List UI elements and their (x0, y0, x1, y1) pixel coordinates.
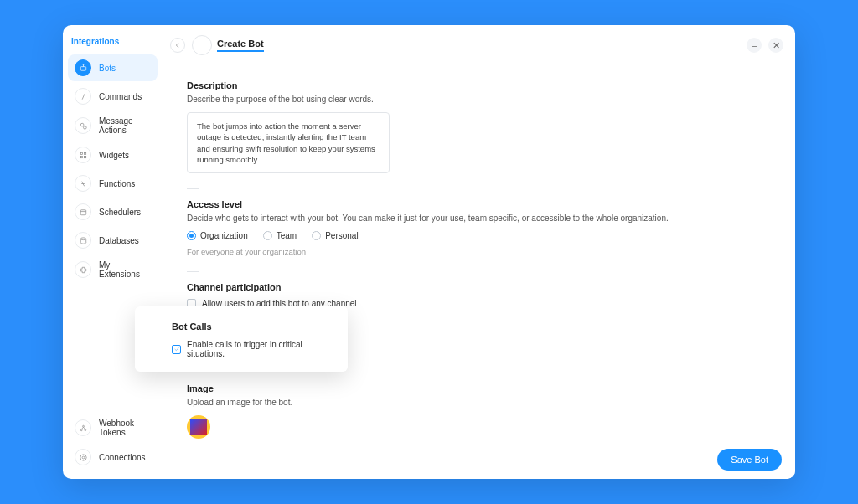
svg-point-14 (82, 425, 84, 427)
radio-dot-icon (187, 231, 196, 240)
sidebar-item-label: My Extensions (99, 260, 151, 279)
content-area: Description Describe the purpose of the … (163, 64, 795, 479)
radio-label: Personal (325, 231, 358, 240)
main-panel: Create Bot – ✕ Description Describe the … (163, 25, 795, 479)
close-button[interactable]: ✕ (768, 38, 783, 53)
bot-icon (75, 59, 91, 76)
description-title: Description (187, 80, 772, 90)
svg-point-18 (80, 454, 85, 460)
radio-label: Team (277, 231, 297, 240)
bot-calls-popup: Bot Calls Enable calls to trigger in cri… (135, 306, 348, 372)
svg-point-16 (84, 429, 85, 430)
sidebar-item-commands[interactable]: Commands (68, 83, 158, 110)
sidebar-title: Integrations (68, 37, 158, 54)
sidebar-item-label: Webhook Tokens (99, 419, 151, 437)
function-icon (75, 175, 91, 192)
access-title: Access level (187, 199, 772, 209)
radio-label: Organization (200, 231, 248, 240)
svg-point-17 (82, 456, 85, 459)
slash-icon (75, 88, 91, 105)
save-button[interactable]: Save Bot (717, 449, 782, 471)
sidebar-item-message-actions[interactable]: Message Actions (68, 111, 158, 140)
image-title: Image (187, 383, 772, 393)
svg-rect-6 (80, 152, 82, 154)
footer: Save Bot (163, 440, 795, 479)
access-radio-group: Organization Team Personal (187, 231, 772, 240)
svg-point-15 (80, 429, 82, 430)
sidebar-item-widgets[interactable]: Widgets (68, 141, 158, 168)
sidebar-item-label: Connections (99, 453, 146, 462)
radio-organization[interactable]: Organization (187, 231, 248, 240)
sidebar-bottom: Webhook Tokens Connections (68, 414, 158, 471)
description-subtitle: Describe the purpose of the bot using cl… (187, 95, 772, 104)
action-icon (75, 117, 91, 134)
sidebar-item-label: Commands (99, 92, 142, 101)
access-subtitle: Decide who gets to interact with your bo… (187, 213, 772, 223)
topbar: Create Bot – ✕ (163, 25, 795, 64)
checkbox-icon (172, 345, 181, 354)
svg-line-3 (82, 94, 85, 99)
svg-point-4 (80, 123, 84, 126)
sidebar-item-webhook-tokens[interactable]: Webhook Tokens (68, 414, 158, 442)
extension-icon (75, 261, 91, 278)
divider (187, 188, 199, 189)
avatar-image (190, 419, 207, 435)
svg-rect-11 (80, 209, 85, 214)
radio-dot-icon (263, 231, 272, 240)
access-hint: For everyone at your organization (187, 247, 772, 256)
svg-point-2 (83, 64, 84, 64)
sidebar-item-schedulers[interactable]: Schedulers (68, 198, 158, 225)
sidebar-item-label: Bots (99, 64, 116, 73)
sidebar-item-connections[interactable]: Connections (68, 444, 158, 471)
divider (187, 271, 199, 272)
radio-dot-icon (312, 231, 321, 240)
svg-point-5 (83, 126, 86, 129)
radio-personal[interactable]: Personal (312, 231, 358, 240)
database-icon (75, 232, 91, 249)
image-subtitle: Upload an image for the bot. (187, 398, 772, 407)
back-button[interactable] (192, 35, 212, 55)
app-window: Integrations Bots Commands Message Actio… (63, 25, 795, 479)
sidebar-item-my-extensions[interactable]: My Extensions (68, 255, 158, 284)
description-textarea[interactable]: The bot jumps into action the moment a s… (187, 112, 390, 173)
svg-rect-9 (84, 156, 85, 157)
sidebar-item-databases[interactable]: Databases (68, 227, 158, 254)
scheduler-icon (75, 203, 91, 220)
bot-calls-checkbox-row[interactable]: Enable calls to trigger in critical situ… (172, 340, 331, 358)
sidebar-item-label: Functions (99, 179, 135, 188)
page-title: Create Bot (217, 39, 264, 52)
sidebar-item-label: Databases (99, 236, 139, 245)
bot-calls-title: Bot Calls (172, 321, 331, 332)
radio-team[interactable]: Team (263, 231, 297, 240)
webhook-icon (75, 419, 91, 436)
widget-icon (75, 147, 91, 163)
svg-rect-7 (84, 152, 85, 154)
svg-rect-8 (80, 156, 82, 157)
collapse-sidebar-button[interactable] (170, 38, 185, 53)
sidebar: Integrations Bots Commands Message Actio… (63, 25, 163, 479)
minimize-button[interactable]: – (747, 38, 762, 53)
sidebar-item-label: Message Actions (99, 116, 151, 135)
connections-icon (75, 449, 91, 465)
checkbox-label: Enable calls to trigger in critical situ… (187, 340, 331, 358)
channel-title: Channel participation (187, 282, 772, 292)
sidebar-item-functions[interactable]: Functions (68, 170, 158, 197)
sidebar-item-label: Widgets (99, 151, 129, 160)
svg-rect-0 (80, 66, 85, 70)
svg-point-13 (80, 237, 85, 239)
sidebar-item-bots[interactable]: Bots (68, 54, 158, 81)
window-controls: – ✕ (747, 38, 783, 53)
bot-avatar-upload[interactable] (187, 415, 210, 439)
sidebar-item-label: Schedulers (99, 208, 141, 217)
